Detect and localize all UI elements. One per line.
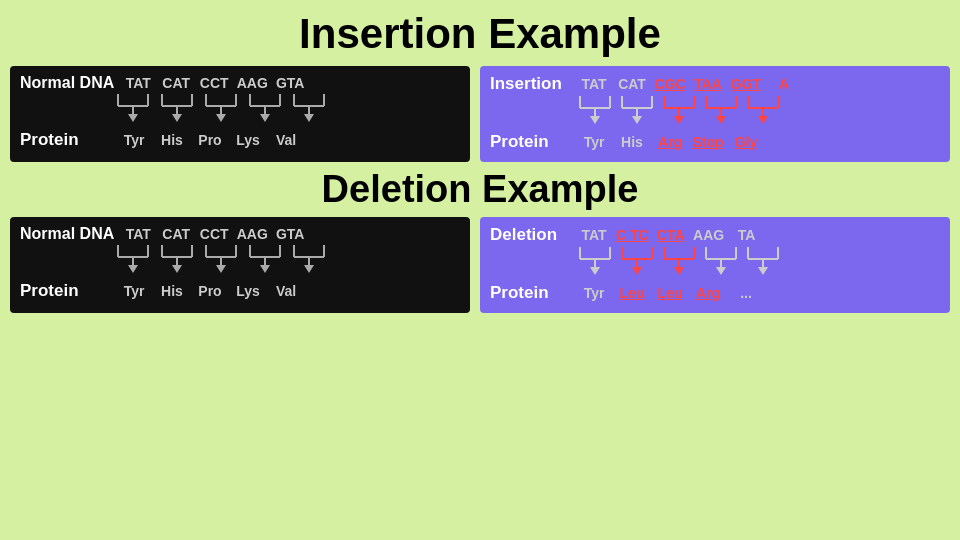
- normal-dna-codons-insertion: TAT CAT CCT AAG GTA: [122, 75, 306, 91]
- protein-label-right-insertion: Protein: [490, 132, 570, 152]
- ins-a: A: [768, 76, 800, 92]
- prot-pro: Pro: [194, 132, 226, 148]
- del-r-ctc: C TC: [616, 227, 649, 243]
- del-aag: AAG: [236, 226, 268, 242]
- svg-marker-5: [128, 114, 138, 122]
- protein-codons-right-insertion: Tyr His Arg Stop Gly: [578, 134, 762, 150]
- insertion-section: Normal DNA TAT CAT CCT AAG GTA: [10, 66, 950, 162]
- svg-marker-113: [716, 267, 726, 275]
- svg-marker-23: [260, 114, 270, 122]
- deletion-title: Deletion Example: [0, 168, 960, 211]
- dprot-r-leu2: Leu: [654, 285, 686, 301]
- codon-cct: CCT: [198, 75, 230, 91]
- deletion-section: Normal DNA TAT CAT CCT AAG GTA: [10, 217, 950, 313]
- svg-marker-35: [590, 116, 600, 124]
- normal-dna-panel-insertion: Normal DNA TAT CAT CCT AAG GTA: [10, 66, 470, 162]
- ins-tat: TAT: [578, 76, 610, 92]
- svg-marker-83: [260, 265, 270, 273]
- normal-dna-codons-deletion: TAT CAT CCT AAG GTA: [122, 226, 306, 242]
- insertion-label-row: Insertion TAT CAT CGC TAA GGT A: [490, 74, 940, 94]
- svg-marker-41: [632, 116, 642, 124]
- normal-dna-label-row: Normal DNA TAT CAT CCT AAG GTA: [20, 74, 460, 92]
- svg-marker-53: [716, 116, 726, 124]
- brackets-svg-left-insertion: [114, 94, 424, 124]
- insertion-label: Insertion: [490, 74, 570, 94]
- deletion-label-row: Deletion TAT C TC CTA AAG TA: [490, 225, 940, 245]
- svg-marker-17: [216, 114, 226, 122]
- deletion-dna-codons: TAT C TC CTA AAG TA: [578, 227, 763, 243]
- codon-cat: CAT: [160, 75, 192, 91]
- svg-marker-59: [758, 116, 768, 124]
- deletion-panel: Deletion TAT C TC CTA AAG TA: [480, 217, 950, 313]
- iprot-stop: Stop: [692, 134, 724, 150]
- normal-dna-label-del: Normal DNA: [20, 225, 114, 243]
- ins-cat: CAT: [616, 76, 648, 92]
- svg-marker-77: [216, 265, 226, 273]
- dprot-r-leu1: Leu: [616, 285, 648, 301]
- iprot-his: His: [616, 134, 648, 150]
- svg-marker-65: [128, 265, 138, 273]
- iprot-gly: Gly: [730, 134, 762, 150]
- protein-row-right-deletion: Protein Tyr Leu Leu Arg ...: [490, 283, 940, 303]
- protein-row-left-insertion: Protein Tyr His Pro Lys Val: [20, 130, 460, 150]
- normal-dna-label: Normal DNA: [20, 74, 114, 92]
- brackets-svg-right-deletion: [576, 247, 916, 277]
- del-tat: TAT: [122, 226, 154, 242]
- svg-marker-119: [758, 267, 768, 275]
- prot-lys: Lys: [232, 132, 264, 148]
- protein-row-left-deletion: Protein Tyr His Pro Lys Val: [20, 281, 460, 301]
- codon-aag: AAG: [236, 75, 268, 91]
- del-cct: CCT: [198, 226, 230, 242]
- svg-marker-29: [304, 114, 314, 122]
- dprot-lys: Lys: [232, 283, 264, 299]
- prot-tyr: Tyr: [118, 132, 150, 148]
- svg-marker-95: [590, 267, 600, 275]
- del-gta: GTA: [274, 226, 306, 242]
- del-r-aag: AAG: [693, 227, 725, 243]
- ins-ggt: GGT: [730, 76, 762, 92]
- main-title: Insertion Example: [0, 0, 960, 66]
- normal-dna-panel-deletion: Normal DNA TAT CAT CCT AAG GTA: [10, 217, 470, 313]
- dprot-his: His: [156, 283, 188, 299]
- svg-marker-71: [172, 265, 182, 273]
- insertion-dna-codons: TAT CAT CGC TAA GGT A: [578, 76, 800, 92]
- dprot-r-arg: Arg: [692, 285, 724, 301]
- iprot-arg: Arg: [654, 134, 686, 150]
- protein-label-left-insertion: Protein: [20, 130, 110, 150]
- protein-codons-left-insertion: Tyr His Pro Lys Val: [118, 132, 302, 148]
- protein-codons-left-deletion: Tyr His Pro Lys Val: [118, 283, 302, 299]
- svg-marker-47: [674, 116, 684, 124]
- dprot-pro: Pro: [194, 283, 226, 299]
- dprot-r-dots: ...: [730, 285, 762, 301]
- protein-label-left-del: Protein: [20, 281, 110, 301]
- prot-val: Val: [270, 132, 302, 148]
- codon-tat: TAT: [122, 75, 154, 91]
- del-r-tat: TAT: [578, 227, 610, 243]
- deletion-label: Deletion: [490, 225, 570, 245]
- del-cat: CAT: [160, 226, 192, 242]
- brackets-svg-right-insertion: [576, 96, 926, 126]
- protein-row-right-insertion: Protein Tyr His Arg Stop Gly: [490, 132, 940, 152]
- svg-marker-89: [304, 265, 314, 273]
- normal-dna-label-row-del: Normal DNA TAT CAT CCT AAG GTA: [20, 225, 460, 243]
- insertion-panel: Insertion TAT CAT CGC TAA GGT A: [480, 66, 950, 162]
- iprot-tyr: Tyr: [578, 134, 610, 150]
- ins-taa: TAA: [692, 76, 724, 92]
- dprot-r-tyr: Tyr: [578, 285, 610, 301]
- dprot-tyr: Tyr: [118, 283, 150, 299]
- svg-marker-107: [674, 267, 684, 275]
- prot-his: His: [156, 132, 188, 148]
- svg-marker-11: [172, 114, 182, 122]
- del-r-cta: CTA: [655, 227, 687, 243]
- protein-codons-right-deletion: Tyr Leu Leu Arg ...: [578, 285, 762, 301]
- dprot-val: Val: [270, 283, 302, 299]
- brackets-svg-left-deletion: [114, 245, 424, 275]
- protein-label-right-del: Protein: [490, 283, 570, 303]
- codon-gta: GTA: [274, 75, 306, 91]
- svg-marker-101: [632, 267, 642, 275]
- del-r-ta: TA: [731, 227, 763, 243]
- ins-cgc: CGC: [654, 76, 686, 92]
